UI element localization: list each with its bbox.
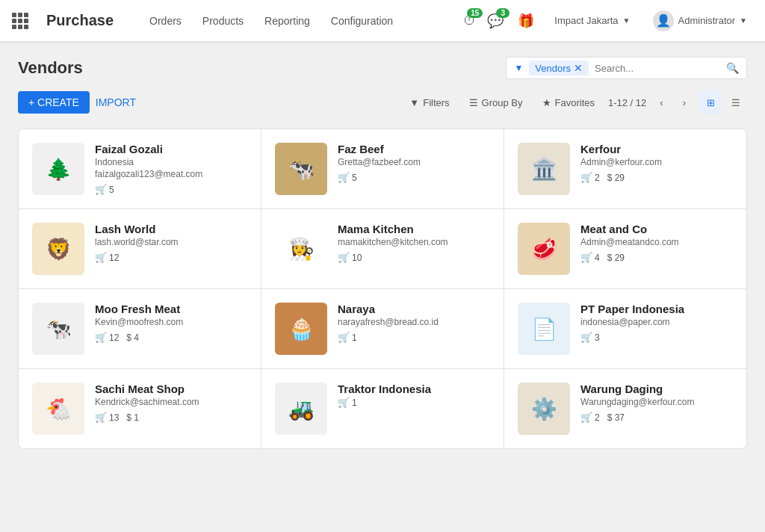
- vendor-logo: 👩‍🍳: [275, 223, 327, 275]
- vendor-name: Meat and Co: [580, 223, 733, 235]
- view-toggle: ⊞ ☰: [699, 91, 747, 114]
- vendor-logo: 🏛️: [518, 143, 570, 195]
- nav-configuration[interactable]: Configuration: [322, 10, 402, 31]
- vendor-logo: 🌲: [32, 143, 84, 195]
- vendor-email: faizalgozali123@meat.com: [95, 169, 247, 179]
- vendor-name: Sachi Meat Shop: [95, 383, 247, 395]
- gift-icon[interactable]: 🎁: [514, 9, 538, 33]
- vendor-meta: 🛒 12$ 4: [95, 332, 247, 343]
- vendor-purchase-count: 10: [352, 253, 362, 263]
- user-menu[interactable]: 👤 Administrator ▼: [647, 7, 753, 34]
- vendor-info: Moo Fresh MeatKevin@moofresh.com🛒 12$ 4: [95, 303, 247, 343]
- vendor-card[interactable]: 🐔Sachi Meat ShopKendrick@sachimeat.com🛒 …: [19, 369, 261, 448]
- import-button[interactable]: IMPORT: [96, 96, 136, 108]
- cart-icon: 🛒: [95, 252, 107, 263]
- vendor-email: indonesia@paper.com: [580, 317, 733, 327]
- vendor-card[interactable]: 🐄Faz BeefGretta@fazbeef.com🛒 5: [261, 129, 504, 208]
- vendor-amount: $ 29: [607, 173, 625, 183]
- company-selector[interactable]: Impact Jakarta ▼: [548, 12, 636, 29]
- brand-title: Purchase: [46, 12, 114, 29]
- vendor-card[interactable]: 📄PT Paper Indonesiaindonesia@paper.com🛒 …: [504, 289, 746, 368]
- main-content: Vendors ▼ Vendors ✕ 🔍 + CREATE IMPORT ▼ …: [0, 42, 765, 464]
- user-avatar: 👤: [653, 10, 674, 31]
- vendor-purchases: 🛒 5: [95, 184, 114, 195]
- nav-reporting[interactable]: Reporting: [255, 10, 319, 31]
- vendor-card[interactable]: 🥩Meat and CoAdmin@meatandco.com🛒 4$ 29: [504, 209, 746, 288]
- vendor-purchase-count: 2: [595, 412, 600, 423]
- search-icon[interactable]: 🔍: [726, 62, 739, 74]
- next-page-button[interactable]: ›: [677, 93, 692, 112]
- vendor-amount: $ 4: [126, 332, 139, 343]
- cart-icon: 🛒: [580, 172, 592, 183]
- vendor-purchase-count: 12: [109, 253, 119, 263]
- vendor-meta: 🛒 1: [338, 397, 490, 408]
- app-grid-icon[interactable]: [12, 13, 28, 29]
- vendor-info: Faizal GozaliIndonesiafaizalgozali123@me…: [95, 143, 247, 195]
- vendor-email: Kendrick@sachimeat.com: [95, 397, 247, 407]
- company-chevron-icon: ▼: [623, 16, 631, 25]
- activity-notification[interactable]: ⏱ 15: [463, 13, 477, 28]
- vendor-purchases: 🛒 2: [580, 412, 600, 423]
- nav-products[interactable]: Products: [193, 10, 253, 31]
- toolbar-right: ▼ Filters ☰ Group By ★ Favorites 1-12 / …: [403, 91, 747, 114]
- vendor-name: Warung Daging: [580, 383, 733, 395]
- vendor-card[interactable]: 🐄Moo Fresh MeatKevin@moofresh.com🛒 12$ 4: [19, 289, 261, 368]
- user-name: Administrator: [678, 15, 736, 26]
- vendor-logo: 🐄: [275, 143, 327, 195]
- vendor-info: Mama Kitchenmamakitchen@kitchen.com🛒 10: [338, 223, 490, 263]
- vendor-logo: 🥩: [518, 223, 570, 275]
- vendor-purchases: 🛒 5: [338, 172, 357, 183]
- cart-icon: 🛒: [580, 412, 592, 423]
- vendor-name: Traktor Indonesia: [338, 383, 490, 395]
- nav-icons: ⏱ 15 💬 3 🎁 Impact Jakarta ▼ 👤 Administra…: [463, 7, 753, 34]
- cart-icon: 🛒: [95, 412, 107, 423]
- filter-tag-close-icon[interactable]: ✕: [574, 62, 583, 74]
- activity-count: 15: [467, 8, 483, 18]
- vendor-email: lash.world@star.com: [95, 237, 247, 247]
- vendor-card[interactable]: 👩‍🍳Mama Kitchenmamakitchen@kitchen.com🛒 …: [261, 209, 504, 288]
- vendor-card[interactable]: 🌲Faizal GozaliIndonesiafaizalgozali123@m…: [19, 129, 261, 208]
- vendor-card[interactable]: 🧁Narayanarayafresh@bread.co.id🛒 1: [261, 289, 504, 368]
- message-count: 3: [496, 8, 510, 18]
- vendor-card[interactable]: ⚙️Warung DagingWarungdaging@kerfour.com🛒…: [504, 369, 746, 448]
- vendor-name: Faizal Gozali: [95, 143, 247, 155]
- vendor-purchase-count: 1: [352, 332, 357, 343]
- vendor-meta: 🛒 5: [95, 184, 247, 195]
- prev-page-button[interactable]: ‹: [654, 93, 669, 112]
- favorites-button[interactable]: ★ Favorites: [536, 93, 601, 112]
- grid-view-button[interactable]: ⊞: [699, 91, 722, 114]
- vendor-logo: 🧁: [275, 303, 327, 355]
- vendor-meta: 🛒 2$ 37: [580, 412, 733, 423]
- vendor-purchase-count: 5: [109, 185, 114, 195]
- create-button[interactable]: + CREATE: [18, 91, 90, 114]
- search-input[interactable]: [595, 63, 720, 74]
- filters-button[interactable]: ▼ Filters: [403, 93, 455, 112]
- vendor-purchase-count: 4: [595, 253, 600, 263]
- search-bar: ▼ Vendors ✕ 🔍: [506, 57, 747, 79]
- nav-orders[interactable]: Orders: [140, 10, 191, 31]
- main-menu: Orders Products Reporting Configuration: [140, 10, 402, 31]
- list-view-button[interactable]: ☰: [725, 91, 747, 114]
- vendor-purchases: 🛒 3: [580, 332, 600, 343]
- top-navigation: Purchase Orders Products Reporting Confi…: [0, 0, 765, 42]
- groupby-icon: ☰: [469, 97, 478, 108]
- vendor-amount: $ 1: [126, 412, 139, 423]
- message-notification[interactable]: 💬 3: [487, 13, 504, 29]
- vendor-info: Meat and CoAdmin@meatandco.com🛒 4$ 29: [580, 223, 733, 263]
- filter-tag-label: Vendors: [535, 63, 571, 74]
- vendor-purchases: 🛒 12: [95, 252, 119, 263]
- page-header: Vendors ▼ Vendors ✕ 🔍: [18, 57, 747, 79]
- cart-icon: 🛒: [580, 332, 592, 343]
- vendor-amount: $ 37: [607, 412, 625, 423]
- vendor-card[interactable]: 🚜Traktor Indonesia🛒 1: [261, 369, 504, 448]
- vendor-card[interactable]: 🏛️KerfourAdmin@kerfour.com🛒 2$ 29: [504, 129, 746, 208]
- vendor-purchases: 🛒 2: [580, 172, 600, 183]
- vendor-purchase-count: 1: [352, 398, 357, 408]
- vendor-amount: $ 29: [607, 253, 625, 263]
- vendor-meta: 🛒 5: [338, 172, 490, 183]
- groupby-button[interactable]: ☰ Group By: [463, 93, 529, 112]
- vendor-name: Kerfour: [580, 143, 733, 155]
- vendor-card[interactable]: 🦁Lash Worldlash.world@star.com🛒 12: [19, 209, 261, 288]
- vendor-meta: 🛒 4$ 29: [580, 252, 733, 263]
- vendor-purchases: 🛒 1: [338, 332, 357, 343]
